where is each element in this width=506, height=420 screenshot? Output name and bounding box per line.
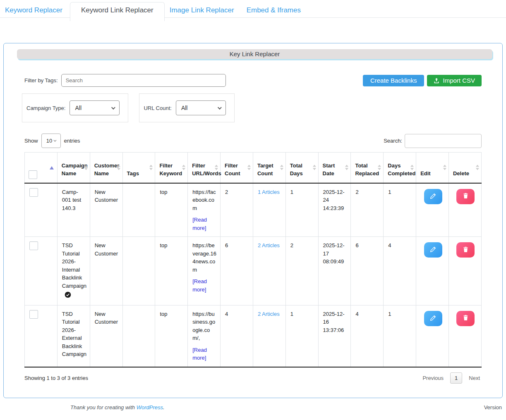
filter-count: 2 (225, 189, 228, 195)
pagination: Previous 1 Next (421, 372, 482, 384)
start-date: 2025-12-17 08:09:49 (323, 242, 345, 265)
create-backlinks-button[interactable]: Create Backlinks (363, 75, 424, 86)
days-completed: 1 (388, 189, 391, 195)
table-search-input[interactable] (405, 134, 482, 148)
row-checkbox[interactable] (29, 310, 38, 319)
entries-label: entries (64, 138, 80, 144)
sort-icons (215, 165, 218, 170)
col-header-edit[interactable]: Edit (416, 153, 449, 183)
articles-link[interactable]: 1 Articles (258, 189, 280, 195)
col-header-filter-url[interactable]: Filter URL/Words (188, 153, 221, 183)
days-completed: 4 (388, 242, 391, 248)
articles-link[interactable]: 2 Articles (258, 311, 280, 317)
header-label: Total Replaced (355, 162, 379, 177)
campaign-name: TSD Tutorial 2026-External Backlink Camp… (62, 311, 86, 358)
tab-image-link-replacer[interactable]: Image Link Replacer (165, 4, 242, 17)
sort-icons (117, 165, 120, 170)
row-checkbox[interactable] (29, 188, 38, 197)
delete-button[interactable] (456, 189, 475, 204)
read-more-link[interactable]: [Read more] (192, 277, 217, 294)
previous-page-button[interactable]: Previous (421, 372, 445, 384)
col-header-delete[interactable]: Delete (448, 153, 481, 183)
page-length-value: 10 (46, 138, 52, 144)
edit-button[interactable] (424, 189, 442, 204)
edit-button[interactable] (424, 311, 442, 326)
filter-row: Filter by Tags: Create Backlinks Import … (24, 74, 482, 87)
customer-name: New Customer (95, 189, 118, 203)
pencil-icon (430, 315, 436, 322)
filter-url: https://beverage.164news.com (192, 241, 217, 274)
url-count-value: All (181, 105, 188, 111)
datatable-controls: Show 10 entries Search: (24, 134, 482, 148)
col-header-days-completed[interactable]: Days Completed (384, 153, 416, 183)
read-more-link[interactable]: [Read more] (192, 346, 217, 362)
filter-keyword: top (160, 311, 167, 317)
sort-icons (280, 165, 283, 170)
sort-icons (410, 165, 414, 170)
days-completed: 1 (388, 311, 391, 317)
header-label: Filter Keyword (159, 162, 182, 177)
chevron-down-icon (218, 105, 222, 110)
sort-icons (378, 165, 381, 170)
table-info: Showing 1 to 3 of 3 entries (24, 375, 88, 381)
trash-icon (463, 193, 469, 200)
campaign-type-select[interactable]: All (70, 100, 120, 115)
sort-icons (84, 165, 88, 170)
col-header-tags[interactable]: Tags (122, 153, 155, 183)
total-days: 2 (290, 242, 293, 248)
header-label: Edit (420, 170, 431, 177)
key-link-replacer-panel: Key Link Replacer Filter by Tags: Create… (3, 43, 503, 398)
articles-link[interactable]: 2 Articles (258, 242, 280, 248)
header-label: Start Date (323, 162, 335, 177)
select-all-checkbox[interactable] (29, 170, 37, 179)
total-replaced: 2 (355, 189, 358, 195)
campaign-type-box: Campaign Type: All (22, 93, 128, 122)
page-length-select[interactable]: 10 (41, 134, 61, 148)
col-header-total-replaced[interactable]: Total Replaced (351, 153, 384, 183)
tab-embed-iframes[interactable]: Embed & Iframes (242, 4, 308, 17)
tab-keyword-replacer[interactable]: Keyword Replacer (0, 4, 70, 17)
table-header-row: Campaign Name Customer Name Tags Filter … (25, 153, 482, 183)
col-header-target-count[interactable]: Target Count (253, 153, 285, 183)
total-replaced: 6 (355, 242, 358, 248)
trash-icon (463, 315, 469, 322)
sort-icons (313, 165, 316, 170)
pencil-icon (430, 193, 436, 200)
col-header-filter-count[interactable]: Filter Count (221, 153, 253, 183)
start-date: 2025-12-16 13:37:06 (323, 311, 345, 333)
next-page-button[interactable]: Next (467, 372, 482, 384)
tab-keyword-link-replacer[interactable]: Keyword Link Replacer (70, 2, 165, 21)
col-header-start-date[interactable]: Start Date (318, 153, 351, 183)
table-row: TSD Tutorial 2026-External Backlink Camp… (25, 305, 482, 367)
col-header-filter-keyword[interactable]: Filter Keyword (155, 153, 188, 183)
header-label: Filter Count (225, 162, 240, 177)
campaign-type-value: All (75, 105, 82, 111)
search-control: Search: (384, 134, 482, 148)
header-label: Delete (453, 170, 469, 177)
page-number-button[interactable]: 1 (450, 372, 462, 384)
filter-keyword: top (160, 242, 167, 248)
sort-icons (149, 165, 153, 170)
length-control: Show 10 entries (24, 134, 80, 148)
import-csv-button[interactable]: Import CSV (427, 75, 482, 86)
delete-button[interactable] (456, 311, 475, 326)
footer-thankyou: Thank you for creating with WordPress. (70, 404, 165, 410)
col-header-total-days[interactable]: Total Days (285, 153, 318, 183)
chevron-down-icon (54, 139, 57, 142)
header-label: Customer Name (94, 162, 120, 177)
customer-name: New Customer (95, 242, 118, 257)
delete-button[interactable] (456, 242, 475, 258)
sort-ascending-icon (50, 166, 54, 169)
table-row: Camp-001 test 140.3 New Customer top htt… (25, 183, 482, 237)
col-header-campaign-name[interactable]: Campaign Name (57, 153, 90, 183)
col-header-customer-name[interactable]: Customer Name (90, 153, 122, 183)
row-checkbox[interactable] (29, 241, 38, 250)
edit-button[interactable] (424, 242, 442, 258)
read-more-link[interactable]: [Read more] (192, 216, 217, 232)
filter-by-tags-input[interactable] (61, 74, 226, 87)
panel-title: Key Link Replacer (17, 49, 492, 59)
url-count-select[interactable]: All (176, 100, 226, 115)
col-header-select-all[interactable] (25, 153, 58, 183)
search-label: Search: (384, 138, 402, 144)
wordpress-link[interactable]: WordPress (137, 404, 163, 410)
